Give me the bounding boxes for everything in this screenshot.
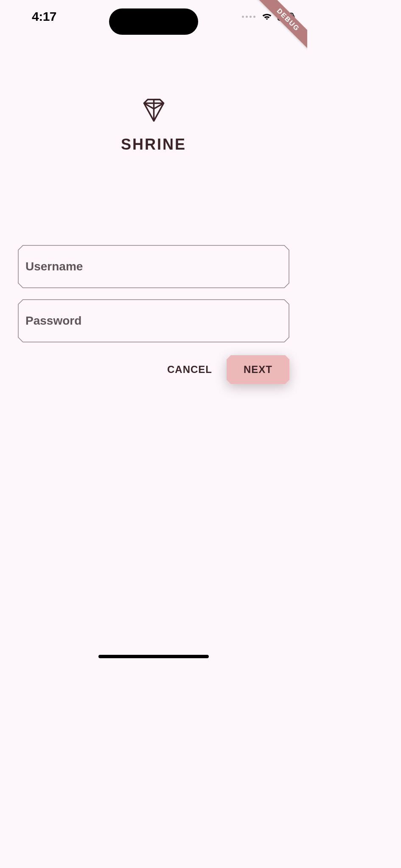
login-form: CANCEL NEXT [18, 245, 289, 384]
cancel-button[interactable]: CANCEL [161, 356, 218, 383]
next-button[interactable]: NEXT [227, 355, 289, 384]
status-time: 4:17 [32, 9, 56, 24]
logo [18, 97, 289, 123]
home-indicator [98, 655, 209, 658]
password-field-wrap [18, 299, 289, 342]
app-title: SHRINE [18, 136, 289, 153]
diamond-icon [142, 97, 165, 123]
username-field-wrap [18, 245, 289, 288]
signal-dots-icon [242, 16, 255, 18]
login-screen: SHRINE CANCEL NEXT [0, 97, 307, 384]
username-input[interactable] [18, 245, 289, 288]
status-bar: 4:17 [0, 0, 307, 30]
device-notch [109, 8, 198, 35]
next-button-wrap: NEXT [227, 355, 289, 384]
wifi-icon [261, 12, 272, 21]
password-input[interactable] [18, 299, 289, 342]
button-row: CANCEL NEXT [18, 355, 289, 384]
